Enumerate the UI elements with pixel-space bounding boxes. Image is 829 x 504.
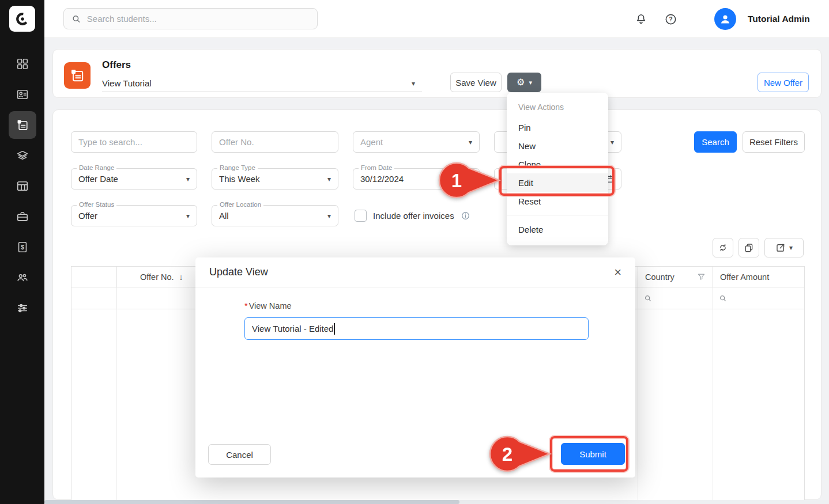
filter-cell-country[interactable] <box>638 287 713 309</box>
search-icon <box>71 14 81 24</box>
horizontal-scrollbar[interactable] <box>44 500 829 504</box>
sidebar-item-preferences[interactable] <box>9 294 36 322</box>
refresh-icon <box>718 242 728 253</box>
range-type-select[interactable]: Range Type This Week ▾ <box>212 168 338 190</box>
range-type-label: Range Type <box>217 164 258 171</box>
sidebar-item-services[interactable] <box>9 203 36 230</box>
offer-status-value: Offer <box>78 211 97 221</box>
gear-icon: ⚙ <box>517 78 525 87</box>
search-small-icon <box>719 294 727 302</box>
view-actions-button[interactable]: ⚙ ▾ <box>507 73 541 92</box>
page-title: Offers <box>102 59 131 71</box>
info-icon[interactable] <box>461 211 470 221</box>
view-selector[interactable]: View Tutorial ▾ <box>102 75 422 92</box>
refresh-table-button[interactable] <box>713 238 733 257</box>
view-name-input[interactable]: View Tutorial - Edited <box>244 317 589 340</box>
view-name-label: *View Name <box>244 301 292 310</box>
search-button[interactable]: Search <box>694 131 737 153</box>
offer-location-value: All <box>219 211 229 221</box>
briefcase-icon <box>16 210 29 223</box>
offers-badge-icon <box>70 68 85 83</box>
view-actions-menu-title: View Actions <box>507 98 608 116</box>
date-range-select[interactable]: Date Range Offer Date ▾ <box>71 168 197 190</box>
country-header-label: Country <box>645 272 674 282</box>
sidebar-item-invoices[interactable]: $ <box>9 233 36 261</box>
sidebar-item-offers[interactable] <box>9 111 36 139</box>
courses-icon <box>16 149 29 162</box>
user-name[interactable]: Tutorial Admin <box>748 0 810 38</box>
app-root: $ <box>0 0 829 504</box>
chevron-down-icon: ▾ <box>412 79 415 88</box>
notifications-button[interactable] <box>634 12 649 26</box>
global-search[interactable] <box>63 8 318 29</box>
invoice-icon: $ <box>16 241 29 253</box>
date-range-value: Offer Date <box>78 174 118 184</box>
chevron-down-icon: ▾ <box>469 138 472 146</box>
offer-location-select[interactable]: Offer Location All ▾ <box>212 205 338 226</box>
column-header-country[interactable]: Country <box>638 267 713 287</box>
filter-funnel-icon[interactable] <box>697 272 706 281</box>
logo-icon <box>14 10 31 28</box>
modal-header: Update View × <box>195 257 635 287</box>
help-icon: ? <box>664 13 677 26</box>
offer-no-input[interactable] <box>219 137 331 147</box>
submit-label: Submit <box>579 449 606 459</box>
sort-desc-icon[interactable]: ↓ <box>179 272 183 282</box>
cancel-button[interactable]: Cancel <box>208 444 271 465</box>
keyword-search-field[interactable] <box>71 131 197 153</box>
sidebar-item-tables[interactable] <box>9 172 36 200</box>
menu-item-reset[interactable]: Reset <box>507 192 608 210</box>
help-button[interactable]: ? <box>663 12 678 26</box>
sidebar-item-partners[interactable] <box>9 264 36 291</box>
column-header-offer-amount[interactable]: Offer Amount <box>713 267 804 287</box>
view-selector-value: View Tutorial <box>102 78 152 88</box>
save-view-button[interactable]: Save View <box>450 73 502 92</box>
sidebar: $ <box>0 0 44 504</box>
svg-text:?: ? <box>669 16 672 22</box>
new-offer-button[interactable]: New Offer <box>758 73 809 92</box>
people-icon <box>16 271 29 284</box>
from-date-field[interactable]: From Date 30/12/2024 <box>353 168 480 190</box>
dashboard-icon <box>16 58 29 70</box>
chevron-down-icon: ▾ <box>789 244 793 252</box>
avatar[interactable] <box>714 8 736 30</box>
table-body-cell <box>638 309 713 500</box>
sidebar-item-dashboard[interactable] <box>9 50 36 78</box>
menu-item-edit[interactable]: Edit <box>507 173 608 192</box>
from-date-value: 30/12/2024 <box>360 174 404 184</box>
submit-button[interactable]: Submit <box>561 443 625 465</box>
required-mark: * <box>244 301 248 310</box>
menu-item-clone[interactable]: Clone <box>507 155 608 173</box>
keyword-search-input[interactable] <box>78 137 190 147</box>
app-logo[interactable] <box>9 6 35 32</box>
search-button-label: Search <box>702 137 729 147</box>
save-view-label: Save View <box>455 78 496 88</box>
sidebar-item-students[interactable] <box>9 81 36 108</box>
menu-item-delete[interactable]: Delete <box>507 220 608 238</box>
close-icon[interactable]: × <box>614 266 621 279</box>
chevron-down-icon: ▾ <box>186 212 190 220</box>
cancel-label: Cancel <box>226 450 253 460</box>
include-invoices-checkbox[interactable] <box>355 210 367 222</box>
reset-filters-button[interactable]: Reset Filters <box>743 131 805 153</box>
global-search-input[interactable] <box>87 14 310 24</box>
menu-item-pin[interactable]: Pin <box>507 118 608 137</box>
filter-cell-offer-amount[interactable] <box>713 287 804 309</box>
offer-location-label: Offer Location <box>217 201 263 208</box>
chevron-down-icon: ▾ <box>186 175 190 183</box>
chevron-down-icon: ▾ <box>327 212 331 220</box>
agent-select[interactable]: Agent ▾ <box>353 131 480 153</box>
sidebar-item-courses[interactable] <box>9 142 36 169</box>
menu-divider <box>507 215 608 215</box>
offer-no-field[interactable] <box>212 131 338 153</box>
include-invoices-label: Include offer invoices <box>373 211 454 221</box>
copy-table-button[interactable] <box>738 238 759 257</box>
bell-icon <box>635 13 647 25</box>
chevron-down-icon: ▾ <box>529 79 532 86</box>
range-type-value: This Week <box>219 174 260 184</box>
scrollbar-thumb[interactable] <box>44 500 459 504</box>
export-button[interactable]: ▾ <box>764 238 804 257</box>
offer-status-select[interactable]: Offer Status Offer ▾ <box>71 205 197 226</box>
offer-status-label: Offer Status <box>77 201 116 208</box>
menu-item-new[interactable]: New <box>507 137 608 155</box>
